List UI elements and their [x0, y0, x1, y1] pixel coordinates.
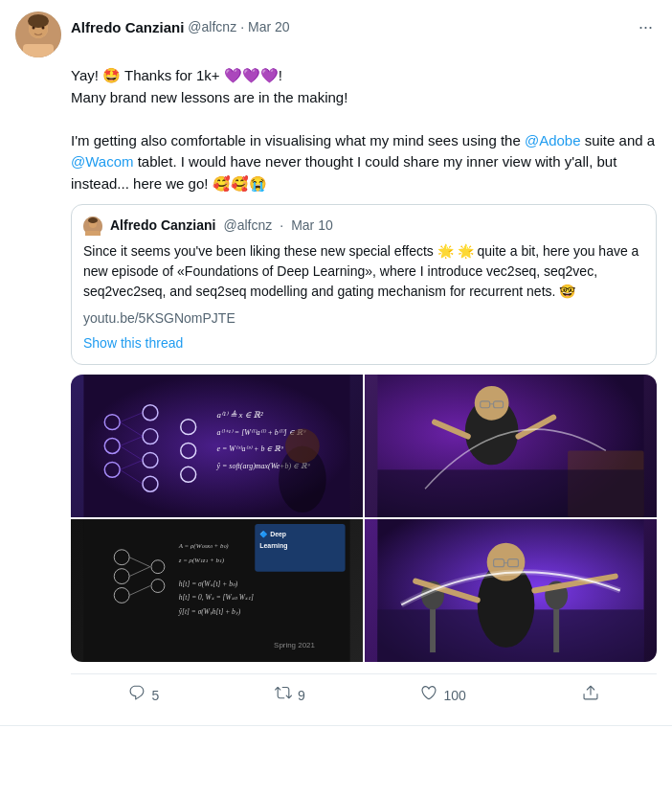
handle: @alfcnz [188, 18, 236, 37]
quoted-tweet-text: Since it seems you've been liking these … [83, 241, 644, 302]
svg-text:z = ρ(W₁z₁ + b₁): z = ρ(W₁z₁ + b₁) [178, 557, 225, 564]
share-button[interactable] [571, 678, 611, 714]
like-icon [420, 684, 437, 708]
svg-rect-10 [85, 231, 101, 236]
name-row: Alfredo Canziani @alfcnz · Mar 20 ··· [71, 11, 657, 43]
avatar[interactable] [15, 11, 61, 57]
tweet-actions: 5 9 100 [71, 673, 657, 714]
show-thread-link[interactable]: Show this thread [83, 334, 183, 353]
svg-text:🔷 Deep: 🔷 Deep [259, 530, 286, 538]
name-block: Alfredo Canziani @alfcnz · Mar 20 [71, 17, 290, 37]
svg-text:ŷ[t] = σ(Wᵧh[t] + bᵧ): ŷ[t] = σ(Wᵧh[t] + bᵧ) [178, 608, 241, 617]
svg-point-6 [42, 27, 45, 30]
mention-adobe[interactable]: @Adobe [525, 132, 581, 148]
quoted-tweet[interactable]: Alfredo Canziani @alfcnz · Mar 10 Since … [71, 204, 657, 365]
quoted-date: Mar 10 [291, 216, 333, 236]
reply-count: 5 [151, 687, 159, 706]
tweet-text: Yay! 🤩 Thanks for 1k+ 💜💜💜! Many brand ne… [71, 65, 657, 194]
retweet-count: 9 [298, 687, 305, 706]
media-cell-bottom-left[interactable]: 🔷 Deep Learning A = ρ(W₀₀x₀ + b₀) z = ρ(… [71, 519, 363, 662]
svg-text:h[t] = 0, Wₓ = [Wₓ₀ Wₓ₁]: h[t] = 0, Wₓ = [Wₓ₀ Wₓ₁] [179, 594, 254, 603]
tweet-meta: Alfredo Canziani @alfcnz · Mar 20 ··· [71, 11, 657, 43]
media-grid[interactable]: a⁽¹⁾ ≜ x ∈ ℝ² a⁽ˡ⁺¹⁾ = [W⁽ˡ⁾a⁽ˡ⁾ + b⁽ˡ⁾]… [71, 375, 657, 662]
svg-text:A = ρ(W₀₀x₀ + b₀): A = ρ(W₀₀x₀ + b₀) [178, 542, 230, 550]
media-cell-bottom-right[interactable] [365, 519, 657, 662]
share-icon [582, 684, 599, 708]
display-name: Alfredo Canziani [71, 17, 184, 37]
reply-button[interactable]: 5 [117, 678, 170, 714]
quoted-separator: · [280, 216, 283, 236]
media-cell-top-left[interactable]: a⁽¹⁾ ≜ x ∈ ℝ² a⁽ˡ⁺¹⁾ = [W⁽ˡ⁾a⁽ˡ⁾ + b⁽ˡ⁾]… [71, 375, 363, 517]
separator: · [240, 18, 244, 37]
tweet-body: Yay! 🤩 Thanks for 1k+ 💜💜💜! Many brand ne… [71, 65, 657, 714]
like-button[interactable]: 100 [409, 678, 477, 714]
youtube-link: youtu.be/5KSGNomPJTE [83, 309, 644, 329]
retweet-button[interactable]: 9 [263, 678, 317, 714]
avatar-image [15, 11, 61, 57]
reply-icon [128, 684, 146, 708]
svg-point-33 [285, 429, 320, 464]
svg-text:h[t] = σ(Wₓ[t] + b₀): h[t] = σ(Wₓ[t] + b₀) [179, 580, 238, 588]
tweet-header: Alfredo Canziani @alfcnz · Mar 20 ··· [15, 11, 657, 57]
mention-wacom[interactable]: @Wacom [71, 153, 134, 170]
svg-text:e = W⁽ˢ⁾a⁽ˢ⁾ + b ∈ ℝˢ: e = W⁽ˢ⁾a⁽ˢ⁾ + b ∈ ℝˢ [217, 445, 284, 454]
svg-text:Learning: Learning [259, 542, 287, 550]
date: Mar 20 [248, 18, 290, 37]
retweet-icon [275, 684, 292, 708]
quoted-display-name: Alfredo Canziani [110, 216, 215, 236]
svg-point-5 [33, 27, 35, 30]
svg-rect-2 [23, 44, 54, 57]
media-cell-top-right[interactable] [365, 375, 657, 517]
like-count: 100 [443, 687, 465, 706]
quoted-avatar [83, 216, 102, 236]
tweet: Alfredo Canziani @alfcnz · Mar 20 ··· Ya… [0, 0, 672, 726]
svg-point-4 [28, 14, 49, 28]
quoted-tweet-header: Alfredo Canziani @alfcnz · Mar 10 [83, 216, 644, 236]
svg-text:a⁽¹⁾ ≜ x ∈ ℝ²: a⁽¹⁾ ≜ x ∈ ℝ² [217, 410, 263, 420]
svg-rect-36 [377, 470, 643, 518]
more-options-icon[interactable]: ··· [635, 11, 657, 43]
svg-text:Spring 2021: Spring 2021 [274, 641, 315, 649]
quoted-handle: @alfcnz [223, 216, 272, 236]
svg-point-9 [88, 217, 98, 223]
